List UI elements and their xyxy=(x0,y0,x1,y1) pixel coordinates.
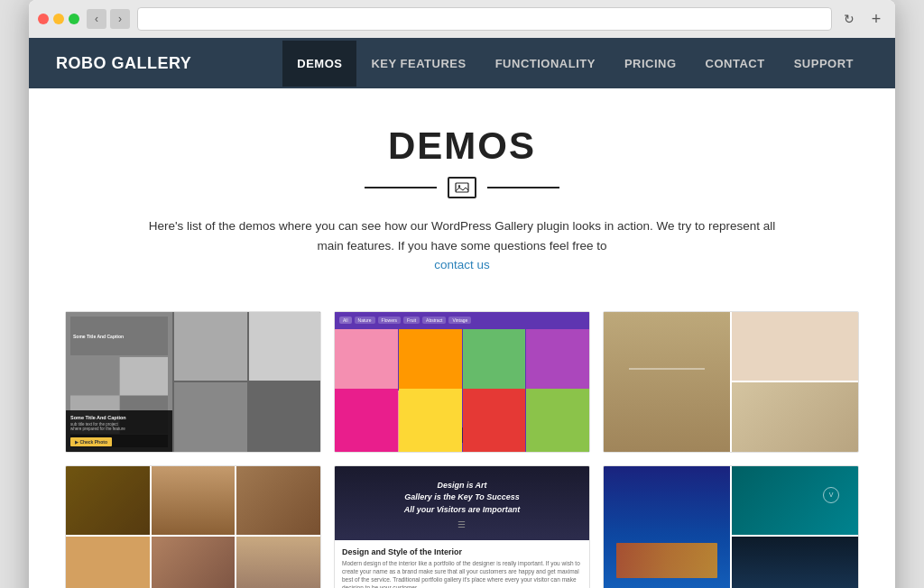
contact-link[interactable]: contact us xyxy=(434,258,490,271)
gallery-thumb-3 xyxy=(604,312,858,452)
window-controls xyxy=(38,14,79,24)
gallery-item-6[interactable]: V xyxy=(603,465,859,588)
browser-nav-buttons: ‹ › xyxy=(87,9,130,29)
gallery-item-1[interactable]: Some Title And Caption xyxy=(65,311,321,453)
site-navigation: ROBO GALLERY DEMOS KEY FEATURES FUNCTION… xyxy=(29,38,895,88)
gallery-section: Some Title And Caption xyxy=(29,293,895,588)
new-tab-button[interactable]: + xyxy=(866,9,886,29)
nav-link-pricing[interactable]: PRICING xyxy=(610,41,691,87)
gallery-thumb-4: ▶ xyxy=(66,466,320,588)
browser-chrome: ‹ › ↻ + xyxy=(29,0,895,38)
nav-link-contact[interactable]: CONTACT xyxy=(691,41,780,87)
url-bar[interactable] xyxy=(137,7,832,31)
deco-line-left xyxy=(365,187,437,188)
nav-item-contact[interactable]: CONTACT xyxy=(691,41,780,87)
nav-link-support[interactable]: SUPPORT xyxy=(780,41,868,87)
site-logo: ROBO GALLERY xyxy=(56,54,282,73)
gallery-thumb-5: Design is ArtGallery is the Key To Succe… xyxy=(335,466,589,588)
nav-link-key-features[interactable]: KEY FEATURES xyxy=(356,41,480,87)
browser-window: ‹ › ↻ + ROBO GALLERY DEMOS KEY FEATURES … xyxy=(29,0,895,588)
minimize-button[interactable] xyxy=(53,14,64,24)
reload-button[interactable]: ↻ xyxy=(839,9,859,29)
gallery-item-3[interactable] xyxy=(603,311,859,453)
nav-item-support[interactable]: SUPPORT xyxy=(780,41,868,87)
deco-line-right xyxy=(487,187,559,188)
nav-item-key-features[interactable]: KEY FEATURES xyxy=(356,41,480,87)
nav-links: DEMOS KEY FEATURES FUNCTIONALITY PRICING… xyxy=(282,41,868,87)
gallery-item-5[interactable]: Design is ArtGallery is the Key To Succe… xyxy=(334,465,590,588)
gallery-grid: Some Title And Caption xyxy=(65,311,859,588)
page-description: Here's list of the demos where you can s… xyxy=(110,216,814,275)
gallery-item-4[interactable]: ▶ xyxy=(65,465,321,588)
gallery-thumb-1: Some Title And Caption xyxy=(66,312,320,452)
nav-item-demos[interactable]: DEMOS xyxy=(282,41,356,87)
maximize-button[interactable] xyxy=(69,14,79,24)
nav-link-functionality[interactable]: FUNCTIONALITY xyxy=(481,41,610,87)
nav-item-functionality[interactable]: FUNCTIONALITY xyxy=(481,41,610,87)
forward-button[interactable]: › xyxy=(110,9,130,29)
site-content: ROBO GALLERY DEMOS KEY FEATURES FUNCTION… xyxy=(29,38,895,588)
browser-top-bar: ‹ › ↻ + xyxy=(38,7,886,38)
gallery-thumb-6: V xyxy=(604,466,858,588)
image-icon xyxy=(448,177,476,198)
page-title: DEMOS xyxy=(29,124,895,168)
svg-point-1 xyxy=(458,185,460,187)
title-decoration xyxy=(29,177,895,198)
nav-item-pricing[interactable]: PRICING xyxy=(610,41,691,87)
close-button[interactable] xyxy=(38,14,49,24)
back-button[interactable]: ‹ xyxy=(87,9,106,29)
nav-link-demos[interactable]: DEMOS xyxy=(282,41,356,87)
gallery-thumb-2: All Nature Flowers Fruit Abstract Vintag… xyxy=(335,312,589,452)
description-text: Here's list of the demos where you can s… xyxy=(149,219,776,253)
page-header: DEMOS Here's list of the demos where you… xyxy=(29,88,895,293)
svg-rect-0 xyxy=(456,183,468,192)
gallery-item-2[interactable]: All Nature Flowers Fruit Abstract Vintag… xyxy=(334,311,590,453)
